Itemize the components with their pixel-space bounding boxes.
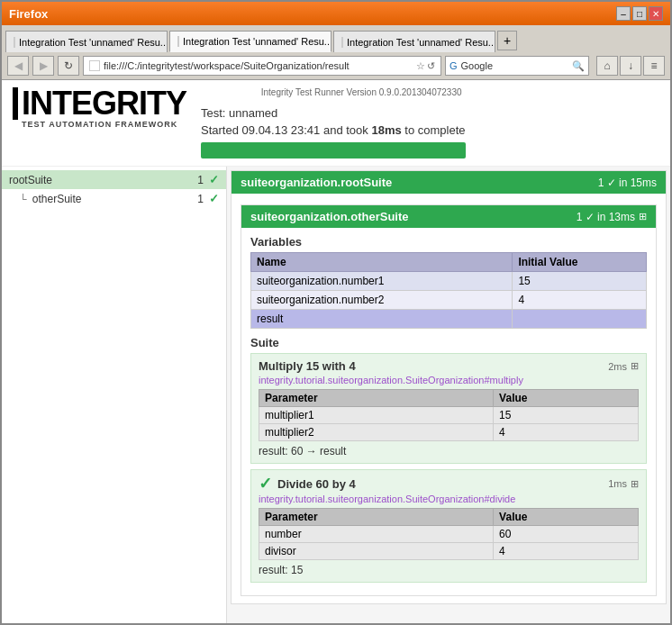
var-name-2: suiteorganization.number2 xyxy=(251,291,513,310)
sidebar-othersuite-label: otherSuite xyxy=(32,193,195,205)
tab-1[interactable]: Integration Test 'unnamed' Resu... ✕ xyxy=(5,31,168,52)
other-suite-stats-text: 1 ✓ in 13ms xyxy=(577,211,635,223)
other-suite-stats: 1 ✓ in 13ms ⊞ xyxy=(577,211,647,223)
started-date: 09.04.13 23:41 xyxy=(242,123,321,137)
tab-2[interactable]: Integration Test 'unnamed' Resu... ✕ xyxy=(169,31,331,52)
address-text: file:///C:/integritytest/workspace/Suite… xyxy=(104,60,413,71)
sidebar: rootSuite 1 ✓ └ otherSuite 1 ✓ xyxy=(2,167,227,623)
search-button[interactable]: 🔍 xyxy=(572,60,585,72)
sidebar-item-othersuite[interactable]: └ otherSuite 1 ✓ xyxy=(2,189,226,208)
google-icon: G xyxy=(450,60,458,71)
logo-subtitle: TEST AUTOMATION FRAMEWORK xyxy=(22,120,186,129)
test-multiply-result: result: 60 → result xyxy=(259,445,639,457)
browser-logo: Firefox xyxy=(9,7,48,21)
root-suite-stats: 1 ✓ in 15ms xyxy=(598,177,657,189)
duration-label: and took xyxy=(323,123,372,137)
right-panel: suiteorganization.rootSuite 1 ✓ in 15ms … xyxy=(227,167,670,623)
expand-icon[interactable]: ⊞ xyxy=(639,211,647,222)
param-value-d2: 4 xyxy=(494,543,639,560)
param-name-d1: number xyxy=(259,526,494,543)
var-row-3: result xyxy=(251,310,647,329)
bookmark-icon[interactable]: ☆ xyxy=(416,60,425,72)
var-value-3 xyxy=(513,310,647,329)
param-header-name-2: Parameter xyxy=(259,509,494,526)
new-tab-button[interactable]: + xyxy=(497,31,517,50)
sidebar-rootsuite-label: rootSuite xyxy=(9,174,194,186)
downloads-button[interactable]: ↓ xyxy=(620,56,641,76)
logo-section: INTEGRITY TEST AUTOMATION FRAMEWORK xyxy=(13,87,186,129)
tab-3-label: Integration Test 'unnamed' Resu... xyxy=(347,37,495,48)
test-multiply-params-table: Parameter Value multiplier1 15 xyxy=(259,389,639,441)
root-suite-card: suiteorganization.rootSuite 1 ✓ in 15ms … xyxy=(231,170,667,604)
test-duration-line: Started 09.04.13 23:41 and took 18ms to … xyxy=(201,123,466,137)
test-name-label: Test: xyxy=(201,106,225,120)
tab-2-icon xyxy=(177,36,179,47)
nav-bar: ◀ ▶ ↻ file:///C:/integritytest/workspace… xyxy=(2,52,670,80)
test-divide-meta: 1ms ⊞ xyxy=(608,478,639,490)
duration-value: 18ms xyxy=(371,123,401,137)
minimize-button[interactable]: – xyxy=(616,6,631,21)
test-multiply-title-area: Multiply 15 with 4 xyxy=(259,359,356,373)
variables-table: Name Initial Value suiteorganization.num… xyxy=(250,252,647,329)
address-bar[interactable]: file:///C:/integritytest/workspace/Suite… xyxy=(83,56,441,76)
close-button[interactable]: ✕ xyxy=(649,6,663,21)
suite-label: Suite xyxy=(250,336,647,349)
param-header-name-1: Parameter xyxy=(259,390,494,407)
sidebar-othersuite-count: 1 xyxy=(197,193,204,205)
duration-suffix: to complete xyxy=(404,123,465,137)
tab-bar: Integration Test 'unnamed' Resu... ✕ Int… xyxy=(2,25,670,52)
test-divide-class: integrity.tutorial.suiteorganization.Sui… xyxy=(259,494,639,504)
menu-button[interactable]: ≡ xyxy=(643,56,665,76)
test-divide-result: result: 15 xyxy=(259,564,639,576)
param-name-m2: multiplier2 xyxy=(259,424,494,441)
var-value-1: 15 xyxy=(513,272,647,291)
test-multiply-name: Multiply 15 with 4 xyxy=(259,359,356,373)
param-value-m2: 4 xyxy=(494,424,639,441)
test-multiply-header: Multiply 15 with 4 2ms ⊞ xyxy=(259,359,639,373)
root-suite-header: suiteorganization.rootSuite 1 ✓ in 15ms xyxy=(232,171,666,194)
main-body: rootSuite 1 ✓ └ otherSuite 1 ✓ suiteorga… xyxy=(2,167,670,623)
reload-button[interactable]: ↻ xyxy=(58,56,79,76)
var-header-value: Initial Value xyxy=(513,253,647,272)
test-item-multiply: Multiply 15 with 4 2ms ⊞ integrity.tutor… xyxy=(250,353,647,464)
other-suite-body: Variables Name Initial Value xyxy=(241,228,656,595)
param-row-m2: multiplier2 4 xyxy=(259,424,639,441)
test-divide-expand-icon[interactable]: ⊞ xyxy=(631,478,639,490)
refresh-icon[interactable]: ↺ xyxy=(427,60,435,72)
param-row-m1: multiplier1 15 xyxy=(259,407,639,424)
test-info: Test: unnamed Started 09.04.13 23:41 and… xyxy=(201,99,466,159)
root-suite-title: suiteorganization.rootSuite xyxy=(241,176,392,189)
param-header-value-2: Value xyxy=(494,509,639,526)
header-right: Integrity Test Runner Version 0.9.0.2013… xyxy=(201,87,466,159)
content-area: INTEGRITY TEST AUTOMATION FRAMEWORK Inte… xyxy=(2,80,670,623)
search-input[interactable]: Google xyxy=(461,60,568,71)
app-header: INTEGRITY TEST AUTOMATION FRAMEWORK Inte… xyxy=(2,80,670,167)
page-icon xyxy=(89,60,100,71)
back-button[interactable]: ◀ xyxy=(7,56,29,76)
param-header-value-1: Value xyxy=(494,390,639,407)
test-multiply-expand-icon[interactable]: ⊞ xyxy=(631,360,639,372)
param-row-d2: divisor 4 xyxy=(259,543,639,560)
logo-integrity: INTEGRITY xyxy=(13,87,186,120)
var-name-1: suiteorganization.number1 xyxy=(251,272,513,291)
window-controls: – □ ✕ xyxy=(616,6,663,21)
rootsuite-check-icon: ✓ xyxy=(209,173,219,186)
test-multiply-duration: 2ms xyxy=(608,361,627,372)
search-bar[interactable]: G Google 🔍 xyxy=(445,56,589,76)
tab-2-label: Integration Test 'unnamed' Resu... xyxy=(183,36,331,47)
var-row-2: suiteorganization.number2 4 xyxy=(251,291,647,310)
home-button[interactable]: ⌂ xyxy=(596,56,618,76)
test-divide-duration: 1ms xyxy=(608,478,627,489)
maximize-button[interactable]: □ xyxy=(632,6,647,21)
progress-bar xyxy=(201,142,466,159)
forward-button[interactable]: ▶ xyxy=(32,56,54,76)
tab-3[interactable]: Integration Test 'unnamed' Resu... ✕ xyxy=(333,31,495,52)
var-name-3: result xyxy=(251,310,513,329)
sidebar-rootsuite-count: 1 xyxy=(197,174,204,186)
test-multiply-class: integrity.tutorial.suiteorganization.Sui… xyxy=(259,375,639,385)
test-name-line: Test: unnamed xyxy=(201,106,466,120)
other-suite-card: suiteorganization.otherSuite 1 ✓ in 13ms… xyxy=(241,204,657,596)
test-divide-title-area: ✓ Divide 60 by 4 xyxy=(259,476,356,492)
tab-1-label: Integration Test 'unnamed' Resu... xyxy=(19,37,168,48)
sidebar-item-rootsuite[interactable]: rootSuite 1 ✓ xyxy=(2,170,226,189)
